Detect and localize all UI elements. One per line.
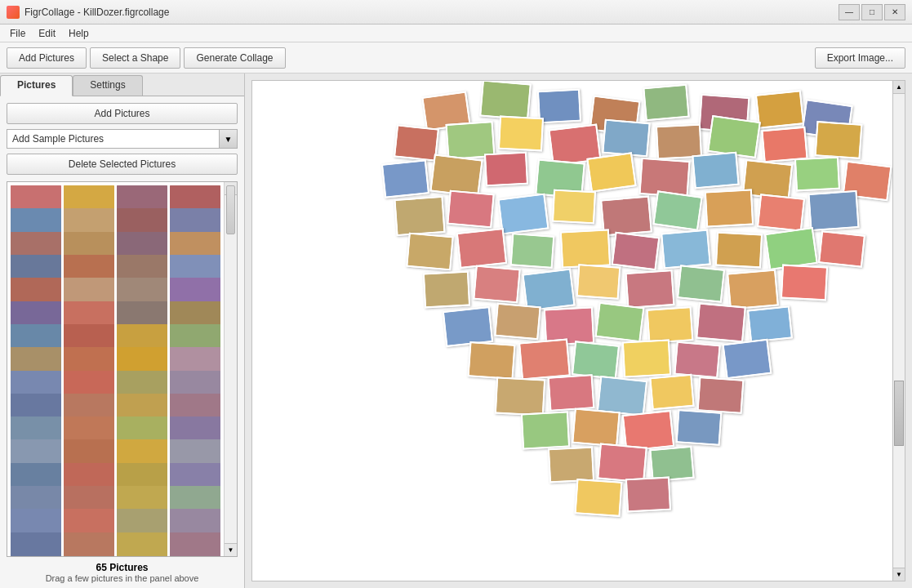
grid-scrollbar[interactable]: ▲ ▼	[224, 182, 237, 556]
collage-photo[interactable]	[677, 265, 725, 303]
collage-photo[interactable]	[757, 194, 805, 232]
collage-photo[interactable]	[586, 152, 636, 192]
select-shape-button[interactable]: Select a Shape	[90, 47, 180, 69]
delete-pictures-button[interactable]: Delete Selected Pictures	[7, 154, 238, 175]
collage-photo[interactable]	[727, 269, 779, 310]
collage-photo[interactable]	[818, 230, 865, 267]
collage-photo[interactable]	[494, 303, 541, 341]
tab-pictures[interactable]: Pictures	[0, 75, 73, 96]
collage-photo[interactable]	[547, 447, 594, 483]
collage-photo[interactable]	[394, 196, 445, 236]
export-image-button[interactable]: Export Image...	[815, 47, 905, 69]
collage-photo[interactable]	[652, 190, 702, 230]
collage-photo[interactable]	[479, 80, 532, 121]
canvas-scrollbar[interactable]: ▲ ▼	[892, 80, 905, 581]
collage-photo[interactable]	[747, 305, 793, 342]
collage-photo[interactable]	[394, 124, 439, 161]
collage-photo[interactable]	[494, 376, 545, 416]
picture-thumbnail[interactable]	[170, 532, 220, 556]
title-controls[interactable]: — □ ✕	[839, 4, 905, 20]
collage-photo[interactable]	[761, 127, 807, 163]
collage-photo[interactable]	[572, 408, 621, 448]
collage-photo[interactable]	[442, 306, 492, 347]
collage-photo[interactable]	[597, 443, 647, 483]
collage-photo[interactable]	[625, 270, 674, 309]
collage-photo[interactable]	[447, 190, 494, 229]
collage-photo[interactable]	[422, 271, 469, 309]
collage-photo[interactable]	[780, 265, 827, 301]
picture-grid-wrapper: ▲ ▼	[7, 181, 238, 557]
collage-photo[interactable]	[594, 302, 644, 343]
collage-photo[interactable]	[611, 232, 660, 270]
collage-photo[interactable]	[714, 232, 762, 269]
tab-settings[interactable]: Settings	[73, 75, 142, 96]
panel-footer: 65 Pictures Drag a few pictures in the p…	[0, 557, 244, 588]
main-area: Pictures Settings Add Pictures Add Sampl…	[0, 74, 912, 588]
collage-photo[interactable]	[655, 124, 701, 160]
picture-thumbnail[interactable]	[64, 532, 114, 556]
canvas-scroll-down-button[interactable]: ▼	[893, 568, 905, 581]
toolbar: Add Pictures Select a Shape Generate Col…	[0, 42, 912, 74]
collage-photo[interactable]	[643, 84, 689, 122]
app-icon	[7, 6, 20, 19]
add-pictures-panel-button[interactable]: Add Pictures	[7, 103, 238, 124]
collage-photo[interactable]	[576, 264, 621, 300]
menu-file[interactable]: File	[3, 26, 32, 41]
collage-photo[interactable]	[520, 412, 569, 450]
collage-photo[interactable]	[807, 190, 859, 231]
add-pictures-toolbar-button[interactable]: Add Pictures	[7, 47, 87, 69]
collage-photo[interactable]	[674, 341, 720, 379]
collage-photo[interactable]	[547, 374, 594, 412]
collage-photo[interactable]	[473, 265, 520, 304]
picture-thumbnail[interactable]	[11, 532, 61, 556]
collage-photo[interactable]	[696, 303, 746, 343]
menu-edit[interactable]: Edit	[32, 26, 62, 41]
canvas-scroll-up-button[interactable]: ▲	[893, 81, 905, 94]
collage-photo[interactable]	[380, 159, 429, 198]
collage-photo[interactable]	[722, 339, 772, 380]
menu-bar: File Edit Help	[0, 24, 912, 42]
canvas-scrollbar-thumb[interactable]	[894, 381, 904, 446]
picture-count: 65 Pictures	[7, 562, 238, 573]
collage-photo[interactable]	[814, 121, 862, 159]
left-panel: Pictures Settings Add Pictures Add Sampl…	[0, 74, 245, 588]
close-button[interactable]: ✕	[884, 4, 905, 20]
collage-photo[interactable]	[559, 229, 610, 268]
collage-photo[interactable]	[794, 157, 839, 192]
scrollbar-down-button[interactable]: ▼	[225, 543, 237, 556]
collage-photo[interactable]	[764, 227, 818, 270]
maximize-button[interactable]: □	[861, 4, 883, 20]
collage-photo[interactable]	[406, 233, 453, 271]
collage-photo[interactable]	[675, 409, 722, 446]
collage-photo[interactable]	[497, 116, 543, 152]
collage-photo[interactable]	[483, 152, 527, 187]
dropdown-arrow-icon[interactable]: ▼	[219, 130, 237, 148]
scrollbar-thumb[interactable]	[226, 185, 235, 234]
collage-photo[interactable]	[646, 306, 693, 344]
sample-pictures-dropdown[interactable]: Add Sample Pictures ▼	[7, 129, 238, 149]
picture-hint: Drag a few pictures in the panel above	[7, 573, 238, 583]
collage-photo[interactable]	[456, 228, 506, 269]
minimize-button[interactable]: —	[839, 4, 860, 20]
collage-photo[interactable]	[625, 477, 670, 513]
collage-photo[interactable]	[509, 233, 554, 269]
collage-photo[interactable]	[467, 341, 515, 380]
collage-photo[interactable]	[551, 189, 595, 225]
collage-photo[interactable]	[497, 194, 549, 235]
heart-collage	[309, 90, 848, 572]
collage-photo[interactable]	[704, 189, 753, 228]
tabs: Pictures Settings	[0, 74, 244, 96]
collage-photo[interactable]	[754, 90, 803, 129]
collage-photo[interactable]	[574, 479, 622, 517]
menu-help[interactable]: Help	[62, 26, 96, 41]
collage-photo[interactable]	[649, 374, 694, 410]
collage-photo[interactable]	[621, 340, 670, 378]
collage-photo[interactable]	[518, 338, 571, 380]
picture-thumbnail[interactable]	[117, 532, 167, 556]
generate-collage-button[interactable]: Generate Collage	[184, 47, 285, 69]
collage-photo[interactable]	[571, 341, 619, 380]
collage-photo[interactable]	[602, 119, 650, 158]
collage-photo[interactable]	[661, 229, 711, 270]
collage-photo[interactable]	[696, 376, 744, 414]
collage-photo[interactable]	[692, 152, 739, 189]
